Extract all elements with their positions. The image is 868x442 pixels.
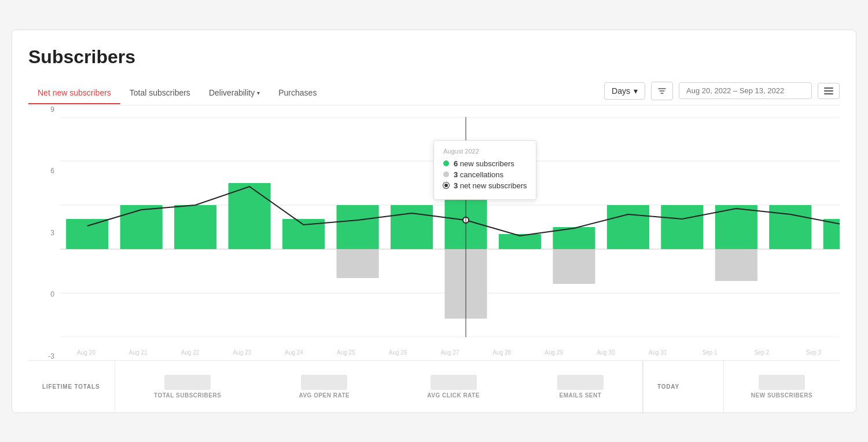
- svg-rect-21: [553, 249, 595, 284]
- tooltip-item-cancellations: 3 cancellations: [443, 170, 527, 179]
- new-subscribers-value: [759, 375, 805, 390]
- days-chevron-icon: ▾: [634, 86, 638, 96]
- x-label-6: Aug 26: [372, 349, 424, 356]
- stat-total-subscribers: TOTAL SUBSCRIBERS: [142, 375, 233, 399]
- tooltip-item-net: 3 net new subscribers: [443, 181, 527, 190]
- x-label-3: Aug 23: [216, 349, 268, 356]
- stat-new-subscribers: NEW SUBSCRIBERS: [740, 375, 824, 399]
- svg-rect-1: [824, 90, 833, 92]
- x-label-10: Aug 30: [580, 349, 632, 356]
- x-label-5: Aug 25: [320, 349, 372, 356]
- stats-metrics-group: TOTAL SUBSCRIBERS AVG OPEN RATE AVG CLIC…: [115, 361, 643, 412]
- filter-icon: [657, 86, 667, 96]
- x-label-14: Sep 3: [788, 349, 840, 356]
- avg-open-rate-value: [301, 375, 347, 390]
- avg-open-rate-label: AVG OPEN RATE: [299, 392, 350, 399]
- y-label-neg3: -3: [28, 352, 54, 360]
- svg-rect-9: [66, 219, 108, 249]
- tabs-left: Net new subscribers Total subscribers De…: [28, 82, 326, 104]
- svg-rect-15: [336, 249, 378, 278]
- emails-sent-label: EMAILS SENT: [560, 392, 602, 399]
- today-label: TODAY: [657, 383, 679, 390]
- tabs-row: Net new subscribers Total subscribers De…: [28, 82, 840, 105]
- menu-button[interactable]: [818, 83, 840, 99]
- stats-today-section: TODAY: [643, 361, 724, 412]
- new-subscribers-label: NEW SUBSCRIBERS: [751, 392, 812, 399]
- page-title: Subscribers: [28, 46, 840, 68]
- chart-area: 9 6 3 0 -3: [28, 105, 840, 360]
- filter-button[interactable]: [651, 82, 673, 100]
- x-label-8: Aug 28: [476, 349, 528, 356]
- days-label: Days: [612, 86, 630, 96]
- total-subscribers-label: TOTAL SUBSCRIBERS: [154, 392, 221, 399]
- page-wrapper: Subscribers Net new subscribers Total su…: [12, 30, 856, 413]
- x-label-0: Aug 20: [60, 349, 112, 356]
- tabs-right: Days ▾: [604, 82, 840, 105]
- stat-avg-click-rate: AVG CLICK RATE: [415, 375, 491, 399]
- x-labels: Aug 20 Aug 21 Aug 22 Aug 23 Aug 24 Aug 2…: [60, 345, 840, 360]
- tab-deliverability[interactable]: Deliverability ▾: [200, 82, 269, 104]
- stat-emails-sent: EMAILS SENT: [546, 375, 615, 399]
- stats-bar: LIFETIME TOTALS TOTAL SUBSCRIBERS AVG OP…: [28, 360, 840, 412]
- deliverability-chevron-icon: ▾: [257, 90, 260, 96]
- svg-rect-10: [120, 205, 163, 249]
- x-label-7: Aug 27: [424, 349, 476, 356]
- y-label-0: 0: [28, 290, 54, 298]
- y-label-6: 6: [28, 167, 54, 175]
- tooltip-dot-dark: [443, 182, 449, 188]
- x-label-2: Aug 22: [164, 349, 216, 356]
- x-label-4: Aug 24: [268, 349, 320, 356]
- emails-sent-value: [557, 375, 604, 390]
- menu-icon: [824, 87, 833, 94]
- tooltip-dot-green: [443, 160, 449, 166]
- x-label-13: Sep 2: [735, 349, 788, 356]
- svg-rect-2: [824, 93, 833, 94]
- svg-rect-26: [769, 205, 811, 249]
- stat-avg-open-rate: AVG OPEN RATE: [287, 375, 361, 399]
- tab-net-new-subscribers[interactable]: Net new subscribers: [28, 82, 120, 104]
- tooltip-date: August 2022: [443, 148, 527, 155]
- avg-click-rate-label: AVG CLICK RATE: [427, 392, 480, 399]
- svg-rect-11: [174, 205, 216, 249]
- svg-rect-0: [824, 87, 833, 89]
- total-subscribers-value: [164, 375, 211, 390]
- main-card: Subscribers Net new subscribers Total su…: [12, 30, 856, 412]
- tab-purchases[interactable]: Purchases: [269, 82, 326, 104]
- y-label-3: 3: [28, 229, 54, 237]
- svg-rect-16: [391, 205, 433, 249]
- svg-rect-14: [336, 205, 378, 249]
- x-label-11: Aug 31: [632, 349, 684, 356]
- stats-today-metrics-group: NEW SUBSCRIBERS: [724, 361, 840, 412]
- lifetime-label: LIFETIME TOTALS: [42, 383, 100, 390]
- tab-total-subscribers[interactable]: Total subscribers: [120, 82, 200, 104]
- svg-rect-22: [607, 205, 649, 249]
- y-axis-labels: 9 6 3 0 -3: [28, 105, 54, 360]
- avg-click-rate-value: [431, 375, 477, 390]
- x-label-12: Sep 1: [684, 349, 736, 356]
- chart-tooltip: August 2022 6 new subscribers 3 cancella…: [433, 140, 536, 200]
- days-dropdown[interactable]: Days ▾: [604, 82, 645, 100]
- svg-rect-23: [661, 205, 703, 249]
- tooltip-dot-gray: [443, 171, 449, 177]
- stats-lifetime-section: LIFETIME TOTALS: [28, 361, 115, 412]
- svg-rect-12: [229, 183, 271, 249]
- date-range-input[interactable]: [679, 82, 812, 99]
- y-label-9: 9: [28, 105, 54, 114]
- x-label-9: Aug 29: [528, 349, 580, 356]
- svg-rect-25: [715, 249, 757, 281]
- x-label-1: Aug 21: [112, 349, 164, 356]
- tooltip-item-new: 6 new subscribers: [443, 159, 527, 168]
